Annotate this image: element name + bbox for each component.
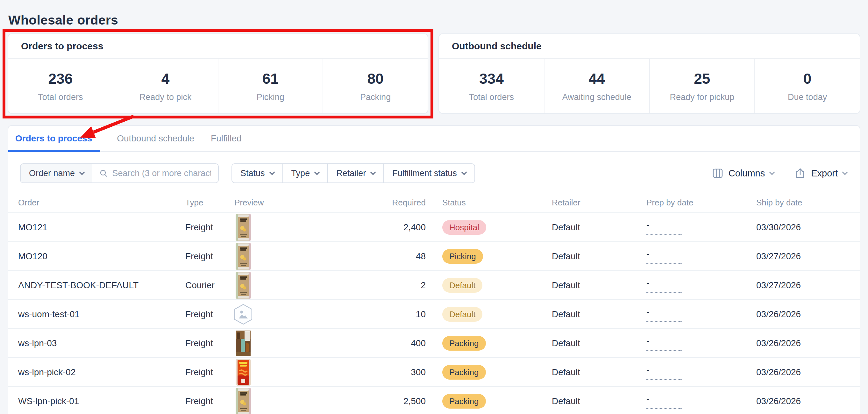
tab-bar: Orders to process Outbound schedule Fulf… <box>8 126 860 152</box>
prep-by-date-editable-field[interactable]: - <box>646 336 682 351</box>
type-cell: Freight <box>185 396 235 406</box>
chevron-down-icon <box>769 169 775 175</box>
chevron-down-icon <box>79 169 85 175</box>
order-name-cell[interactable]: ANDY-TEST-BOOK-DEFAULT <box>18 280 185 290</box>
preview-cell <box>235 331 295 356</box>
col-header-retailer: Retailer <box>552 198 646 208</box>
prep-by-date-cell: - <box>646 365 756 380</box>
orders-to-process-stats: 236 Total orders 4 Ready to pick 61 Pick… <box>8 59 428 113</box>
filter-status[interactable]: Status <box>232 164 282 182</box>
order-name-cell[interactable]: ws-uom-test-01 <box>18 309 185 319</box>
col-header-required: Required <box>295 198 426 208</box>
prep-by-date-editable-field[interactable]: - <box>646 249 682 264</box>
outbound-schedule-card-title: Outbound schedule <box>439 34 860 59</box>
chevron-down-icon <box>461 169 467 175</box>
filter-type[interactable]: Type <box>282 164 328 182</box>
page-title: Wholesale orders <box>8 13 118 28</box>
search-field-selector[interactable]: Order name <box>21 164 92 182</box>
filter-status-label: Status <box>240 169 265 178</box>
stat-value: 25 <box>694 70 710 87</box>
filter-fulfillment-status-label: Fulfillment status <box>392 169 457 178</box>
status-badge: Packing <box>442 336 486 351</box>
status-cell: Default <box>426 278 552 293</box>
columns-button[interactable]: Columns <box>712 168 774 179</box>
ship-by-date-cell: 03/26/2026 <box>756 396 847 406</box>
prep-by-date-cell: - <box>646 278 756 293</box>
table-actions: Columns Export <box>712 168 847 179</box>
required-cell: 300 <box>295 367 426 377</box>
table-row[interactable]: ANDY-TEST-BOOK-DEFAULT Courier 2 Default… <box>8 271 860 300</box>
retailer-cell: Default <box>552 338 646 348</box>
preview-cell <box>235 359 295 386</box>
table-row[interactable]: MO121 Freight 2,400 Hospital Default - 0… <box>8 213 860 242</box>
table-row[interactable]: ws-lpn-03 Freight 400 Packing Default - … <box>8 329 860 358</box>
stat-due-today: 0 Due today <box>754 59 860 113</box>
status-cell: Packing <box>426 336 552 351</box>
status-badge: Packing <box>442 394 486 409</box>
search-input[interactable] <box>113 169 211 178</box>
tab-outbound-schedule[interactable]: Outbound schedule <box>117 134 194 151</box>
filter-retailer[interactable]: Retailer <box>327 164 383 182</box>
prep-by-date-editable-field[interactable]: - <box>646 278 682 293</box>
retailer-cell: Default <box>552 309 646 319</box>
crunchy-munch-bag-thumbnail <box>235 243 252 270</box>
retailer-cell: Default <box>552 367 646 377</box>
stat-label: Due today <box>788 92 827 102</box>
table-row[interactable]: WS-lpn-pick-01 Freight 2,500 Packing Def… <box>8 387 860 414</box>
chevron-down-icon <box>842 169 848 175</box>
prep-by-date-cell: - <box>646 220 756 235</box>
stat-value: 4 <box>161 70 170 87</box>
order-name-cell[interactable]: WS-lpn-pick-01 <box>18 396 185 406</box>
status-cell: Picking <box>426 249 552 264</box>
orders-content-panel: Orders to process Outbound schedule Fulf… <box>8 125 860 414</box>
stat-value: 334 <box>479 70 504 87</box>
prep-by-date-editable-field[interactable]: - <box>646 365 682 380</box>
status-cell: Packing <box>426 365 552 380</box>
stat-label: Total orders <box>469 92 514 102</box>
order-name-cell[interactable]: MO121 <box>18 222 185 233</box>
tab-fulfilled[interactable]: Fulfilled <box>211 134 241 151</box>
status-badge: Default <box>442 278 483 293</box>
type-cell: Freight <box>185 367 235 377</box>
preview-cell <box>235 243 295 270</box>
table-row[interactable]: MO120 Freight 48 Picking Default - 03/27… <box>8 242 860 271</box>
col-header-prep-by-date: Prep by date <box>646 198 756 208</box>
col-header-preview: Preview <box>235 198 295 208</box>
cheese-crunchies-bag-thumbnail <box>235 359 252 386</box>
export-button[interactable]: Export <box>795 168 847 179</box>
prep-by-date-editable-field[interactable]: - <box>646 220 682 235</box>
type-cell: Freight <box>185 309 235 319</box>
ship-by-date-cell: 03/26/2026 <box>756 309 847 319</box>
table-row[interactable]: ws-lpn-pick-02 Freight 300 Packing Defau… <box>8 358 860 387</box>
type-cell: Freight <box>185 338 235 348</box>
stat-value: 44 <box>589 70 605 87</box>
prep-by-date-editable-field[interactable]: - <box>646 394 682 409</box>
col-header-order: Order <box>18 198 185 208</box>
search-icon <box>99 169 108 178</box>
tab-orders-to-process[interactable]: Orders to process <box>8 134 100 152</box>
order-name-cell[interactable]: MO120 <box>18 251 185 262</box>
crunchy-munch-bag-thumbnail <box>235 214 252 241</box>
table-header-row: Order Type Preview Required Status Retai… <box>8 193 860 213</box>
retailer-cell: Default <box>552 251 646 262</box>
filter-fulfillment-status[interactable]: Fulfillment status <box>383 164 474 182</box>
table-row[interactable]: ws-uom-test-01 Freight 10 Default Defaul… <box>8 300 860 329</box>
filter-dropdown-group: Status Type Retailer Fulfillment status <box>231 164 475 183</box>
stat-total-orders: 334 Total orders <box>439 59 544 113</box>
required-cell: 2,500 <box>295 396 426 406</box>
preview-cell <box>235 388 295 414</box>
order-name-cell[interactable]: ws-lpn-pick-02 <box>18 367 185 377</box>
search-box <box>92 164 218 182</box>
col-header-type: Type <box>185 198 235 208</box>
chevron-down-icon <box>314 169 320 175</box>
crunchy-munch-bag-thumbnail <box>235 272 252 299</box>
stat-value: 236 <box>49 70 73 87</box>
stat-label: Total orders <box>38 92 83 102</box>
status-badge: Hospital <box>442 220 486 235</box>
order-name-cell[interactable]: ws-lpn-03 <box>18 338 185 348</box>
prep-by-date-editable-field[interactable]: - <box>646 307 682 322</box>
stat-label: Awaiting schedule <box>562 92 631 102</box>
required-cell: 2 <box>295 280 426 290</box>
table-body: MO121 Freight 2,400 Hospital Default - 0… <box>8 213 860 414</box>
filter-bar: Order name Status Type Reta <box>20 164 847 183</box>
